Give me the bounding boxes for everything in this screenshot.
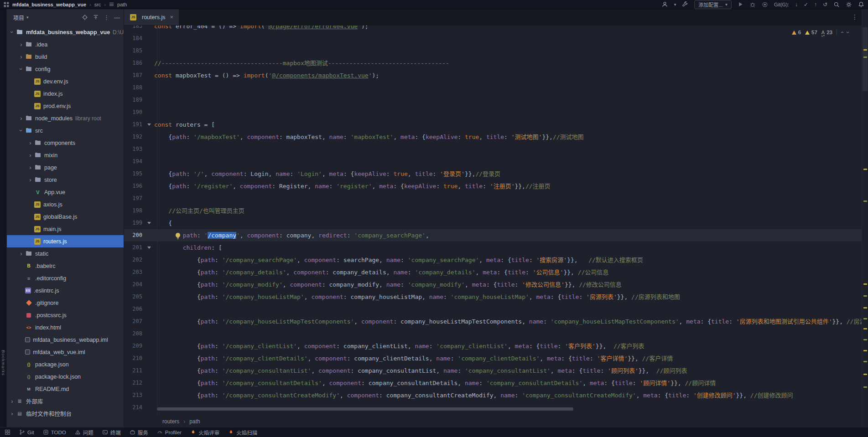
tree-item-.eslintrc.js[interactable]: ES.eslintrc.js: [7, 284, 124, 297]
chevron-collapsed-icon[interactable]: ›: [27, 164, 34, 171]
code-line-204[interactable]: 204 {path: '/company_modify', component:…: [124, 278, 862, 291]
tree-item-node_modules[interactable]: ›node_moduleslibrary root: [7, 112, 124, 124]
tree-item--[interactable]: ›≣外部库: [7, 395, 124, 407]
git-commit-icon[interactable]: ✓: [804, 1, 808, 8]
chevron-collapsed-icon[interactable]: ›: [27, 139, 34, 146]
run-button[interactable]: [738, 1, 743, 7]
close-tab-icon[interactable]: ×: [170, 14, 173, 21]
tree-item-prod.env.js[interactable]: JSprod.env.js: [7, 100, 124, 112]
code-line-185[interactable]: 185: [124, 45, 862, 57]
code-line-184[interactable]: 184: [124, 32, 862, 45]
git-push-icon[interactable]: ↑: [814, 1, 817, 8]
tree-item-globalbase.js[interactable]: JSglobalBase.js: [7, 211, 124, 223]
gutter-line-number[interactable]: 206: [124, 303, 145, 315]
tree-item-package.json[interactable]: {}package.json: [7, 358, 124, 370]
gutter-line-number[interactable]: 213: [124, 389, 145, 401]
tree-item-.gitignore[interactable]: .gitignore: [7, 297, 124, 309]
bookmarks-toolwindow-button[interactable]: Bookmarks: [1, 350, 6, 376]
intention-lightbulb-icon[interactable]: [174, 231, 182, 239]
tree-item-readme.md[interactable]: MREADME.md: [7, 383, 124, 395]
code-line-197[interactable]: 197: [124, 192, 862, 205]
statusbar-item-problems[interactable]: 问题: [75, 429, 94, 436]
vertical-scrollbar-thumb[interactable]: [863, 27, 868, 91]
tree-item-axios.js[interactable]: JSaxios.js: [7, 198, 124, 211]
code-line-195[interactable]: 195 {path: '/', component: Login, name: …: [124, 168, 862, 180]
gutter-line-number[interactable]: 183: [124, 26, 145, 32]
chevron-collapsed-icon[interactable]: ›: [27, 152, 34, 159]
gutter-line-number[interactable]: 187: [124, 69, 145, 82]
locate-file-icon[interactable]: [82, 14, 88, 21]
tree-item-index.js[interactable]: JSindex.js: [7, 87, 124, 100]
collapse-all-icon[interactable]: [93, 14, 99, 21]
code-line-191[interactable]: 191const routers = [: [124, 118, 862, 131]
tree-item-config[interactable]: ›config: [7, 63, 124, 75]
statusbar-item-profiler[interactable]: Profiler: [157, 429, 182, 435]
code-line-210[interactable]: 210 {path: '/company_clientDetails', com…: [124, 352, 862, 365]
statusbar-item-todo[interactable]: TODO: [43, 429, 66, 435]
gutter-line-number[interactable]: 210: [124, 352, 145, 365]
code-line-211[interactable]: 211 {path: '/company_consultantList', co…: [124, 365, 862, 377]
chevron-collapsed-icon[interactable]: ›: [9, 398, 16, 405]
tree-item-page[interactable]: ›page: [7, 161, 124, 174]
code-line-194[interactable]: 194: [124, 155, 862, 168]
gutter-line-number[interactable]: 184: [124, 32, 145, 45]
settings-gear-icon[interactable]: [846, 1, 852, 8]
tree-item-mixin[interactable]: ›mixin: [7, 149, 124, 161]
gutter-line-number[interactable]: 194: [124, 155, 145, 168]
tab-options-kebab-icon[interactable]: ⋮: [852, 13, 858, 21]
chevron-collapsed-icon[interactable]: ›: [18, 53, 25, 60]
tree-item-build[interactable]: ›build: [7, 51, 124, 63]
tree-item-.editorconfig[interactable]: ≡.editorconfig: [7, 272, 124, 284]
code-line-205[interactable]: 205 {path: '/company_houseListMap', comp…: [124, 291, 862, 303]
chevron-collapsed-icon[interactable]: ›: [9, 410, 16, 417]
tree-item-src[interactable]: ›src: [7, 124, 124, 137]
chevron-collapsed-icon[interactable]: ›: [27, 176, 34, 183]
gutter-line-number[interactable]: 203: [124, 266, 145, 278]
gutter-line-number[interactable]: 204: [124, 278, 145, 291]
tab-routers-js[interactable]: JS routers.js ×: [124, 9, 179, 25]
breadcrumb-src[interactable]: src: [94, 2, 101, 7]
more-options-icon[interactable]: ⋮: [104, 14, 109, 21]
code-line-207[interactable]: 207 {path: '/company_houseListMapTestCom…: [124, 315, 862, 328]
toolwindow-switcher-icon[interactable]: [5, 429, 10, 435]
code-line-188[interactable]: 188: [124, 82, 862, 94]
code-line-209[interactable]: 209 {path: '/company_clientList', compon…: [124, 340, 862, 352]
git-rollback-icon[interactable]: ↺: [823, 1, 827, 8]
fold-marker-icon[interactable]: [145, 242, 154, 254]
tree-item-dev.env.js[interactable]: JSdev.env.js: [7, 75, 124, 87]
horizontal-scrollbar-thumb[interactable]: [157, 407, 573, 411]
gutter-line-number[interactable]: 190: [124, 106, 145, 118]
gutter-line-number[interactable]: 202: [124, 254, 145, 266]
tree-item-app.vue[interactable]: VApp.vue: [7, 186, 124, 198]
hide-panel-icon[interactable]: —: [114, 14, 120, 21]
breadcrumb-project[interactable]: mfdata_business_webapp_vue: [12, 2, 86, 7]
error-stripe-scrollbar[interactable]: [862, 9, 868, 427]
code-line-213[interactable]: 213 {path: '/company_consultantCreateMod…: [124, 389, 862, 401]
gutter-line-number[interactable]: 197: [124, 192, 145, 205]
statusbar-item-flame-review[interactable]: 火焰评审: [190, 429, 219, 436]
gutter-line-number[interactable]: 214: [124, 401, 145, 414]
tree-item-store[interactable]: ›store: [7, 174, 124, 186]
code-line-201[interactable]: 201 children: [: [124, 242, 862, 254]
tree-item-.postcssrc.js[interactable]: .postcssrc.js: [7, 309, 124, 321]
tree-item-components[interactable]: ›components: [7, 137, 124, 149]
code-line-189[interactable]: 189: [124, 94, 862, 106]
gutter-line-number[interactable]: 185: [124, 45, 145, 57]
previous-issue-button[interactable]: ›: [841, 29, 843, 36]
code-line-190[interactable]: 190: [124, 106, 862, 118]
gutter-line-number[interactable]: 188: [124, 82, 145, 94]
code-line-203[interactable]: 203 {path: '/company_details', component…: [124, 266, 862, 278]
code-line-208[interactable]: 208: [124, 328, 862, 340]
tree-item-.babelrc[interactable]: B.babelrc: [7, 260, 124, 272]
tree-item-mfdata_business_webapp.iml[interactable]: mfdata_business_webapp.iml: [7, 334, 124, 346]
statusbar-item-flame-scan[interactable]: 火焰扫描: [228, 429, 257, 436]
tree-item--[interactable]: ›▤临时文件和控制台: [7, 407, 124, 420]
chevron-collapsed-icon[interactable]: ›: [18, 41, 25, 48]
git-update-icon[interactable]: ↓: [795, 1, 798, 8]
horizontal-scrollbar[interactable]: [157, 407, 851, 411]
code-line-196[interactable]: 196 {path: '/register', component: Regis…: [124, 180, 862, 192]
gutter-line-number[interactable]: 196: [124, 180, 145, 192]
gutter-line-number[interactable]: 195: [124, 168, 145, 180]
app-menu-icon[interactable]: [4, 2, 9, 7]
debug-button[interactable]: [749, 1, 756, 8]
